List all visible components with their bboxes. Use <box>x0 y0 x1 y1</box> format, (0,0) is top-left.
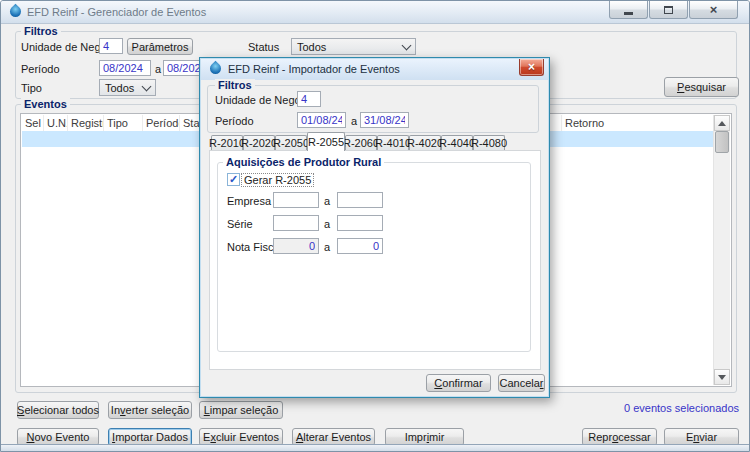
scroll-down-icon <box>718 375 726 380</box>
dialog-period-from-input[interactable] <box>297 112 346 128</box>
business-unit-input[interactable] <box>99 38 123 54</box>
column-header-sel[interactable]: Sel <box>22 115 44 131</box>
invoice-to-input[interactable] <box>337 238 383 254</box>
clear-selection-button-label: Limpar seleção <box>204 404 279 416</box>
column-header-retorno[interactable]: Retorno <box>562 115 714 131</box>
tab-r2050[interactable]: R-2050 <box>275 135 307 150</box>
gerar-r2055-checkbox-label[interactable]: Gerar R-2055 <box>242 174 313 186</box>
filters-group-label: Filtros <box>21 25 61 37</box>
tab-r2020[interactable]: R-2020 <box>243 135 275 150</box>
minimize-icon <box>624 12 633 15</box>
scroll-up-icon <box>718 121 726 126</box>
series-to-input[interactable] <box>337 215 383 231</box>
scrollbar-thumb[interactable] <box>715 131 729 153</box>
minimize-button[interactable] <box>609 1 648 19</box>
dialog-period-label: Período <box>215 115 254 127</box>
window-bottom-frame <box>1 444 749 451</box>
series-from-input[interactable] <box>273 215 319 231</box>
invert-selection-button-label: Inverter seleção <box>111 404 189 416</box>
dialog-period-separator-label: a <box>351 115 357 127</box>
app-icon <box>8 4 24 20</box>
type-label: Tipo <box>21 82 42 94</box>
tab-r4010[interactable]: R-4010 <box>377 135 409 150</box>
tab-r4080[interactable]: R-4080 <box>473 135 505 150</box>
column-header-periodo[interactable]: Período <box>143 115 180 131</box>
dialog-titlebar: EFD Reinf - Importador de Eventos <box>201 59 548 80</box>
confirm-button-label: Confirmar <box>434 377 482 389</box>
status-combo[interactable]: Todos <box>291 38 416 55</box>
clear-selection-button[interactable]: Limpar seleção <box>199 401 283 419</box>
series-separator-label: a <box>324 218 330 230</box>
main-titlebar: EFD Reinf - Gerenciador de Eventos × <box>1 1 749 24</box>
maximize-icon <box>664 6 673 14</box>
company-label: Empresa <box>227 195 271 207</box>
status-label: Status <box>248 41 279 53</box>
chevron-down-icon <box>402 40 412 50</box>
dialog-period-to-input[interactable] <box>360 112 409 128</box>
delete-events-button-label: Excluir Eventos <box>203 431 279 443</box>
type-combo-value: Todos <box>105 82 134 94</box>
column-header-tipo[interactable]: Tipo <box>104 115 143 131</box>
reprocess-button-label: Reprocessar <box>588 431 650 443</box>
column-header-registro[interactable]: Registro <box>68 115 104 131</box>
invoice-separator-label: a <box>324 241 330 253</box>
series-label: Série <box>227 218 253 230</box>
gerar-r2055-checkbox[interactable]: ✓ <box>227 173 240 186</box>
events-group-label: Eventos <box>21 98 70 110</box>
close-button[interactable]: × <box>689 1 738 19</box>
close-icon: × <box>710 3 718 16</box>
scroll-up-button[interactable] <box>714 115 730 131</box>
company-from-input[interactable] <box>273 192 319 208</box>
maximize-button[interactable] <box>649 1 688 19</box>
company-to-input[interactable] <box>337 192 383 208</box>
period-separator-label: a <box>155 63 161 75</box>
tab-r2055[interactable]: R-2055 <box>307 132 345 151</box>
dialog-business-unit-input[interactable] <box>297 91 321 107</box>
company-separator-label: a <box>324 195 330 207</box>
cancel-button-label: Cancelar <box>499 377 543 389</box>
parameters-button-label: Parâmetros <box>132 41 189 53</box>
tab-r4040[interactable]: R-4040 <box>441 135 473 150</box>
status-combo-value: Todos <box>297 41 326 53</box>
search-button-label: Pesquisar <box>677 81 726 93</box>
rural-group-label: Aquisições de Produtor Rural <box>223 156 384 168</box>
import-events-dialog: EFD Reinf - Importador de Eventos × Filt… <box>199 57 550 398</box>
type-combo[interactable]: Todos <box>99 79 156 96</box>
close-icon: × <box>528 61 535 73</box>
parameters-button[interactable]: Parâmetros <box>127 38 193 55</box>
send-button-label: Enviar <box>686 431 717 443</box>
main-window-title: EFD Reinf - Gerenciador de Eventos <box>27 6 206 18</box>
vertical-scrollbar[interactable] <box>713 115 730 385</box>
new-event-button-label: Novo Evento <box>27 431 90 443</box>
select-all-button-label: Selecionar todos <box>17 404 99 416</box>
period-from-input[interactable] <box>99 60 151 76</box>
invert-selection-button[interactable]: Inverter seleção <box>108 401 192 419</box>
tab-r4020[interactable]: R-4020 <box>409 135 441 150</box>
invoice-from-input[interactable] <box>273 238 319 254</box>
main-window: EFD Reinf - Gerenciador de Eventos × Fil… <box>0 0 750 452</box>
selected-count-text: 0 eventos selecionados <box>561 402 739 414</box>
import-data-button-label: Importar Dados <box>112 431 188 443</box>
app-icon <box>208 61 224 77</box>
tab-r2060[interactable]: R-2060 <box>345 135 377 150</box>
print-button-label: Imprimir <box>405 431 445 443</box>
dialog-close-button[interactable]: × <box>519 59 544 76</box>
period-label: Período <box>21 63 60 75</box>
check-icon: ✓ <box>229 174 238 185</box>
chevron-down-icon <box>142 81 152 91</box>
rural-group <box>217 162 531 352</box>
dialog-title: EFD Reinf - Importador de Eventos <box>228 63 400 75</box>
tab-r2010[interactable]: R-2010 <box>211 135 243 150</box>
scroll-down-button[interactable] <box>714 369 730 385</box>
dialog-filters-group-label: Filtros <box>215 79 255 91</box>
select-all-button[interactable]: Selecionar todos <box>17 401 99 419</box>
alter-events-button-label: Alterar Eventos <box>296 431 371 443</box>
cancel-button[interactable]: Cancelar <box>498 374 545 392</box>
search-button[interactable]: Pesquisar <box>664 77 739 97</box>
confirm-button[interactable]: Confirmar <box>426 374 491 392</box>
column-header-un[interactable]: U.N. <box>44 115 68 131</box>
